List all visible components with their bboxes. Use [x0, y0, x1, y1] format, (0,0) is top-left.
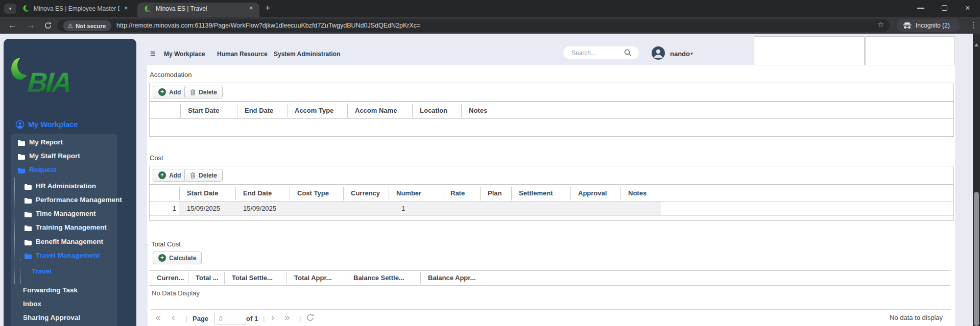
- browser-tab-inactive[interactable]: Minova ES | Employee Master D ×: [19, 0, 134, 17]
- user-name[interactable]: nando: [670, 50, 690, 58]
- sidebar-item-benefit-management[interactable]: Benefit Management: [36, 238, 103, 245]
- window-close-button[interactable]: ×: [965, 4, 970, 13]
- back-icon[interactable]: ←: [8, 21, 17, 30]
- folder-icon: [18, 166, 25, 175]
- groupbox-border: [148, 244, 148, 326]
- user-avatar[interactable]: [652, 46, 665, 60]
- tab-close-icon[interactable]: ×: [124, 5, 128, 12]
- row-number-cell: 1: [153, 205, 176, 212]
- column-divider: [235, 187, 236, 200]
- column-header[interactable]: Start Date: [188, 107, 219, 114]
- site-favicon-leaf-icon: [145, 5, 152, 13]
- security-chip[interactable]: ⚠ Not secure: [63, 20, 111, 31]
- delete-button-label: Delete: [199, 172, 217, 179]
- sidebar-item-training-management[interactable]: Training Management: [36, 223, 107, 231]
- new-tab-button[interactable]: +: [265, 4, 271, 13]
- no-data-display-text: No Data Display: [152, 289, 200, 297]
- header-aux-panel: [754, 36, 865, 65]
- sidebar-item-request[interactable]: Request: [29, 166, 56, 173]
- column-header[interactable]: Currency: [351, 189, 380, 197]
- bookmark-star-icon[interactable]: ☆: [877, 20, 884, 29]
- my-workplace-icon: [15, 120, 25, 131]
- cost-add-button[interactable]: + Add: [153, 169, 186, 182]
- tab-close-icon[interactable]: ×: [249, 5, 253, 12]
- column-header[interactable]: Balance Appr...: [428, 274, 475, 282]
- sidebar-item-travel-management[interactable]: Travel Management: [36, 252, 100, 259]
- menu-item-my-workplace[interactable]: My Workplace: [164, 51, 205, 58]
- column-header[interactable]: Total Settle...: [232, 274, 273, 282]
- column-header[interactable]: Approval: [578, 189, 607, 197]
- menu-item-human-resource[interactable]: Human Resource: [217, 51, 268, 58]
- column-header[interactable]: Cost Type: [297, 189, 329, 197]
- column-divider: [188, 272, 188, 284]
- cost-delete-button[interactable]: Delete: [184, 169, 223, 182]
- column-header[interactable]: Number: [396, 189, 421, 197]
- column-header[interactable]: Rate: [450, 189, 465, 197]
- column-divider: [412, 104, 413, 118]
- column-header[interactable]: Start Date: [187, 189, 218, 197]
- column-header[interactable]: Curren...: [157, 274, 184, 282]
- first-page-icon[interactable]: «: [155, 313, 161, 321]
- column-header[interactable]: Location: [420, 107, 447, 114]
- sidebar-item-my-staff-report[interactable]: My Staff Report: [29, 152, 80, 160]
- tab-search-button[interactable]: ▾: [4, 4, 16, 14]
- column-header[interactable]: Settlement: [519, 189, 553, 197]
- column-header[interactable]: Total ...: [196, 274, 219, 282]
- last-page-icon[interactable]: »: [284, 313, 290, 321]
- column-header[interactable]: Total Appr...: [294, 274, 332, 282]
- hamburger-menu-icon[interactable]: ≡: [150, 48, 156, 59]
- accomodation-delete-button[interactable]: Delete: [184, 86, 223, 98]
- accomodation-add-button[interactable]: + Add: [153, 86, 186, 98]
- tree-guide-line: [14, 178, 15, 284]
- column-header[interactable]: End Date: [243, 189, 272, 197]
- search-icon[interactable]: [624, 49, 631, 58]
- end-date-cell: 15/09/2025: [243, 205, 276, 212]
- next-page-icon[interactable]: ›: [271, 313, 274, 321]
- start-date-cell: 15/09/2025: [187, 205, 220, 212]
- column-header[interactable]: Notes: [469, 107, 487, 114]
- accomodation-section-title: Accomodation: [150, 71, 192, 79]
- page-number-input[interactable]: [214, 313, 246, 324]
- column-divider: [290, 187, 290, 200]
- window-minimize-button[interactable]: [917, 8, 924, 9]
- menu-item-system-administration[interactable]: System Administration: [274, 51, 340, 58]
- sidebar-item-hr-administration[interactable]: HR Administration: [36, 182, 96, 190]
- forward-icon[interactable]: →: [27, 21, 35, 30]
- delete-button-label: Delete: [199, 89, 217, 96]
- overflow-menu-icon[interactable]: ⋮: [970, 20, 977, 30]
- window-maximize-button[interactable]: [942, 5, 947, 11]
- plus-circle-icon: +: [158, 171, 166, 179]
- chevron-down-icon[interactable]: ▾: [690, 51, 693, 56]
- column-header[interactable]: Balance Settle...: [353, 274, 404, 282]
- pager-separator: |: [299, 314, 301, 322]
- search-input[interactable]: [570, 48, 624, 58]
- sidebar-item-my-workplace[interactable]: My Workplace: [28, 120, 78, 129]
- column-divider: [480, 187, 481, 200]
- page-count-label: of 1: [246, 315, 258, 322]
- sidebar-item-performance-management[interactable]: Performance Management: [36, 196, 122, 204]
- pager-separator: |: [185, 314, 187, 322]
- incognito-badge[interactable]: Incognito (2): [897, 19, 960, 32]
- column-header[interactable]: Notes: [628, 189, 647, 197]
- sidebar-item-travel[interactable]: Travel: [32, 267, 52, 275]
- sidebar-item-sharing-approval[interactable]: Sharing Approval: [23, 314, 80, 321]
- column-header[interactable]: Plan: [488, 189, 501, 197]
- column-header[interactable]: Accom Name: [355, 107, 397, 114]
- scrollbar-up-arrow-icon[interactable]: [974, 43, 978, 46]
- sidebar-item-forwarding-task[interactable]: Forwarding Task: [23, 286, 78, 294]
- folder-icon: [25, 224, 32, 233]
- tab-title: Minova ES | Employee Master D: [34, 5, 119, 12]
- calculate-button[interactable]: + Calculate: [153, 252, 202, 264]
- reload-icon[interactable]: [44, 21, 52, 30]
- column-divider: [620, 187, 621, 200]
- prev-page-icon[interactable]: ‹: [172, 313, 175, 321]
- scrollbar-thumb[interactable]: [974, 192, 979, 326]
- sidebar-item-time-management[interactable]: Time Management: [36, 210, 96, 217]
- site-favicon-leaf-icon: [23, 5, 31, 12]
- sidebar-item-my-report[interactable]: My Report: [29, 138, 63, 146]
- refresh-icon[interactable]: [306, 313, 315, 324]
- sidebar-item-inbox[interactable]: Inbox: [23, 300, 41, 308]
- grid-header-divider: [149, 270, 950, 271]
- column-header[interactable]: End Date: [245, 107, 273, 114]
- column-header[interactable]: Accom Type: [295, 107, 333, 114]
